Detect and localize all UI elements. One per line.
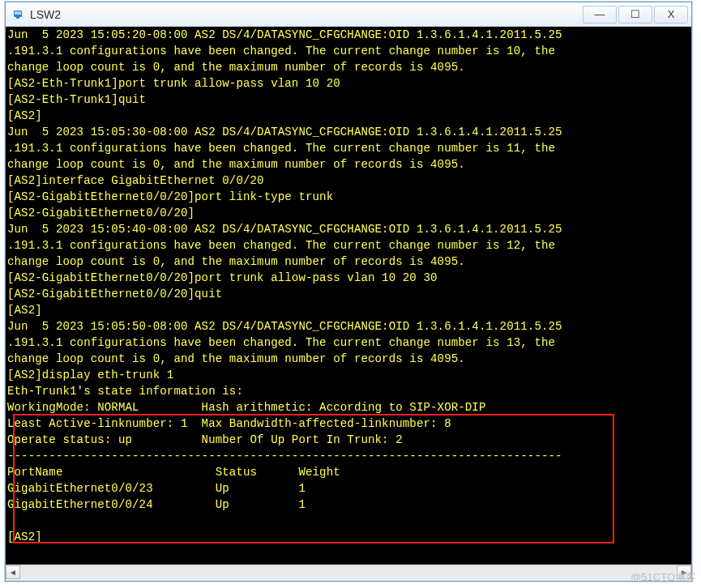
app-icon: [11, 7, 25, 22]
svg-rect-2: [16, 17, 19, 19]
svg-rect-1: [15, 11, 21, 15]
close-icon: X: [668, 8, 675, 20]
scroll-left-arrow[interactable]: ◄: [6, 565, 20, 579]
minimize-button[interactable]: —: [583, 6, 617, 23]
app-window: LSW2 — ☐ X Jun 5 2023 15:05:20-08:00 AS2…: [5, 2, 692, 582]
close-button[interactable]: X: [654, 6, 688, 23]
window-title: LSW2: [30, 8, 581, 21]
window-buttons: — ☐ X: [581, 6, 688, 23]
watermark-text: @51CTO博客: [630, 570, 696, 585]
terminal-area: Jun 5 2023 15:05:20-08:00 AS2 DS/4/DATAS…: [6, 27, 691, 581]
terminal-output[interactable]: Jun 5 2023 15:05:20-08:00 AS2 DS/4/DATAS…: [6, 27, 691, 565]
maximize-icon: ☐: [630, 8, 640, 20]
scroll-track[interactable]: [20, 565, 677, 579]
horizontal-scrollbar[interactable]: ◄ ►: [6, 565, 691, 579]
maximize-button[interactable]: ☐: [618, 6, 652, 23]
titlebar[interactable]: LSW2 — ☐ X: [6, 2, 691, 27]
minimize-icon: —: [595, 8, 605, 20]
